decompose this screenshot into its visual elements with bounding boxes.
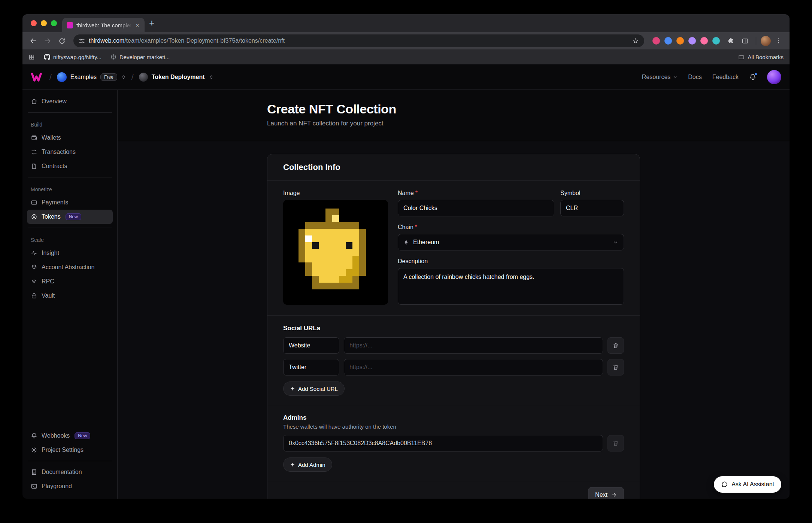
- nav-docs[interactable]: Docs: [688, 74, 702, 80]
- extension-icon-4[interactable]: [688, 37, 696, 45]
- user-avatar[interactable]: [767, 70, 781, 84]
- delete-social-row-button[interactable]: [608, 337, 624, 354]
- chevron-down-icon: [613, 240, 618, 245]
- nft-image-pixels: [292, 209, 379, 296]
- sidebar-divider: [28, 228, 112, 228]
- sidebar-section-scale: Scale: [27, 232, 113, 246]
- browser-menu-icon[interactable]: [772, 34, 785, 47]
- sidebar-section-build: Build: [27, 116, 113, 131]
- sidebar-item-webhooks[interactable]: Webhooks New: [27, 429, 113, 443]
- sidebar-item-contracts[interactable]: Contracts: [27, 159, 113, 173]
- signal-icon: [31, 278, 37, 285]
- extension-icon-1[interactable]: [652, 37, 660, 45]
- sidebar-item-project-settings[interactable]: Project Settings: [27, 443, 113, 457]
- notifications-bell-icon[interactable]: [749, 73, 757, 81]
- admins-section: Admins These wallets will have authority…: [267, 405, 640, 481]
- credit-card-icon: [31, 199, 37, 206]
- ask-ai-assistant-button[interactable]: Ask AI Assistant: [714, 476, 781, 493]
- url-bar[interactable]: thirdweb.com/team/examples/Token-Deploym…: [73, 34, 644, 47]
- all-bookmarks-button[interactable]: All Bookmarks: [738, 54, 784, 60]
- back-icon[interactable]: [27, 34, 40, 47]
- browser-tab[interactable]: thirdweb: The complete web3... ×: [62, 18, 145, 32]
- sidebar-item-rpc[interactable]: RPC: [27, 274, 113, 289]
- browser-profile-avatar[interactable]: [761, 36, 771, 46]
- extensions-row: [649, 37, 723, 45]
- project-selector[interactable]: Token Deployment: [139, 73, 214, 82]
- project-avatar: [139, 73, 148, 82]
- trash-icon: [612, 364, 619, 371]
- description-textarea[interactable]: A collection of rainbow chicks hatched f…: [398, 268, 624, 305]
- sidebar: Overview Build Wallets Transactions Cont…: [22, 90, 118, 499]
- sidebar-item-account-abstraction[interactable]: Account Abstraction: [27, 260, 113, 274]
- sidebar-item-vault[interactable]: Vault: [27, 289, 113, 303]
- home-icon: [31, 98, 37, 105]
- chain-select[interactable]: Ethereum: [398, 234, 624, 250]
- tab-close-icon[interactable]: ×: [135, 21, 140, 29]
- add-social-url-button[interactable]: Add Social URL: [283, 381, 345, 396]
- name-input[interactable]: [398, 200, 554, 216]
- add-admin-button[interactable]: Add Admin: [283, 457, 332, 472]
- nav-resources[interactable]: Resources: [642, 74, 678, 80]
- thirdweb-favicon-icon: [67, 22, 73, 28]
- globe-icon: [110, 54, 116, 60]
- sidebar-item-tokens[interactable]: Tokens New: [27, 210, 113, 224]
- breadcrumb-separator: /: [131, 73, 134, 82]
- symbol-input[interactable]: [560, 200, 624, 216]
- forward-icon[interactable]: [41, 34, 54, 47]
- extension-icon-5[interactable]: [700, 37, 708, 45]
- ethereum-icon: [403, 240, 409, 245]
- apps-grid-icon[interactable]: [28, 54, 35, 60]
- browser-window: thirdweb: The complete web3... × + third…: [22, 14, 790, 499]
- chevron-up-down-icon: [209, 75, 214, 80]
- bell-icon: [31, 432, 37, 439]
- notification-dot: [754, 72, 758, 76]
- social-platform-input[interactable]: [283, 359, 339, 375]
- url-text: thirdweb.com/team/examples/Token-Deploym…: [89, 37, 628, 44]
- new-tab-button[interactable]: +: [149, 18, 155, 28]
- transactions-icon: [31, 149, 37, 155]
- sidebar-item-transactions[interactable]: Transactions: [27, 145, 113, 159]
- delete-admin-button[interactable]: [608, 435, 624, 451]
- social-url-input[interactable]: [344, 337, 603, 354]
- bookmark-item-niftyswap[interactable]: niftyswap.gg/Nifty...: [44, 54, 102, 60]
- sidebar-item-insight[interactable]: Insight: [27, 246, 113, 260]
- minimize-window-button[interactable]: [41, 20, 47, 26]
- admin-address-input[interactable]: [283, 435, 603, 451]
- sidebar-item-wallets[interactable]: Wallets: [27, 131, 113, 145]
- social-url-input[interactable]: [344, 359, 603, 375]
- team-selector[interactable]: Examples Free: [57, 72, 126, 82]
- delete-social-row-button[interactable]: [608, 359, 624, 375]
- required-marker: *: [415, 224, 417, 231]
- extension-icon-2[interactable]: [664, 37, 672, 45]
- social-platform-input[interactable]: [283, 337, 339, 354]
- bookmark-item-developer[interactable]: Developer marketi...: [110, 54, 170, 60]
- collection-image-upload[interactable]: [283, 200, 388, 305]
- sidebar-item-documentation[interactable]: Documentation: [27, 465, 113, 479]
- extensions-puzzle-icon[interactable]: [724, 34, 737, 47]
- sidebar-divider: [28, 461, 112, 461]
- zoom-window-button[interactable]: [51, 20, 57, 26]
- sidebar-item-playground[interactable]: Playground: [27, 479, 113, 493]
- side-panel-icon[interactable]: [739, 34, 751, 47]
- nav-feedback[interactable]: Feedback: [712, 74, 739, 80]
- symbol-label: Symbol: [560, 190, 580, 197]
- terminal-icon: [31, 483, 37, 490]
- new-badge: New: [75, 432, 90, 439]
- main-content: Create NFT Collection Launch an NFT coll…: [118, 90, 790, 499]
- folder-icon: [738, 54, 745, 60]
- next-button[interactable]: Next: [588, 487, 624, 499]
- sidebar-item-overview[interactable]: Overview: [27, 94, 113, 109]
- sidebar-divider: [28, 177, 112, 177]
- chevron-up-down-icon: [121, 75, 126, 80]
- sidebar-item-payments[interactable]: Payments: [27, 195, 113, 210]
- social-urls-section: Social URLs: [267, 316, 640, 405]
- thirdweb-logo[interactable]: [31, 72, 44, 82]
- extension-icon-3[interactable]: [676, 37, 684, 45]
- social-row: [283, 337, 624, 354]
- bookmark-star-icon[interactable]: [632, 37, 639, 44]
- site-info-icon[interactable]: [79, 38, 85, 44]
- extension-icon-6[interactable]: [712, 37, 720, 45]
- close-window-button[interactable]: [31, 20, 37, 26]
- sidebar-section-monetize: Monetize: [27, 181, 113, 195]
- reload-icon[interactable]: [55, 34, 68, 47]
